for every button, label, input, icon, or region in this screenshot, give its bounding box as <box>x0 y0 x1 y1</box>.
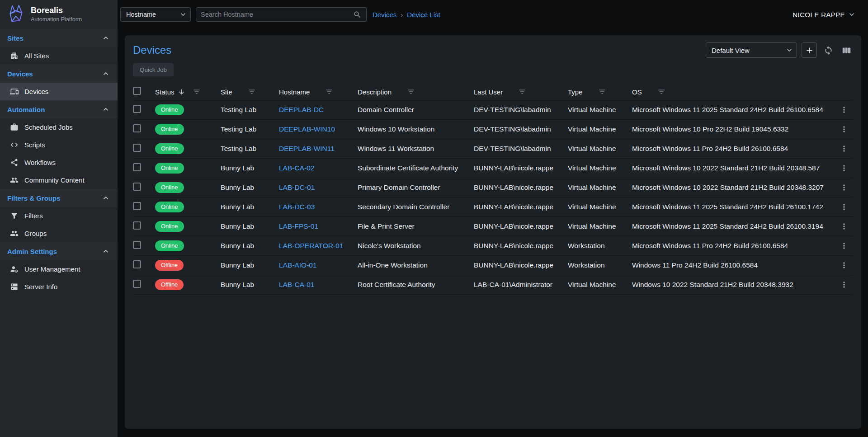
row-actions-kebab-icon[interactable] <box>840 202 849 211</box>
columns-button[interactable] <box>840 43 853 57</box>
column-header-site[interactable]: Site <box>221 88 279 96</box>
last-user-cell: BUNNY-LAB\nicole.rappe <box>474 222 568 230</box>
code-icon <box>10 141 19 149</box>
row-checkbox[interactable] <box>133 163 141 171</box>
row-checkbox[interactable] <box>133 144 141 152</box>
row-actions-kebab-icon[interactable] <box>840 222 849 231</box>
sidebar-section-devices[interactable]: Devices <box>0 65 118 83</box>
column-header-type[interactable]: Type <box>568 88 632 96</box>
sort-desc-icon <box>178 88 185 96</box>
chevron-up-icon <box>101 193 110 202</box>
site-cell: Testing Lab <box>221 125 279 133</box>
filter-icon[interactable] <box>193 88 201 96</box>
last-user-cell: BUNNY-LAB\nicole.rappe <box>474 203 568 211</box>
hostname-link[interactable]: LAB-DC-03 <box>279 203 315 211</box>
breadcrumb-device-list[interactable]: Device List <box>407 11 440 19</box>
section-label: Devices <box>7 70 33 78</box>
row-checkbox[interactable] <box>133 105 141 113</box>
filter-icon[interactable] <box>598 88 606 96</box>
os-cell: Microsoft Windows 11 2025 Standard 24H2 … <box>632 222 835 230</box>
search-icon[interactable] <box>353 10 362 19</box>
row-checkbox[interactable] <box>133 183 141 191</box>
row-checkbox[interactable] <box>133 280 141 288</box>
column-header-hostname[interactable]: Hostname <box>279 88 358 96</box>
sidebar-section-automation[interactable]: Automation <box>0 100 118 118</box>
column-header-last-user[interactable]: Last User <box>474 88 568 96</box>
column-header-description[interactable]: Description <box>358 88 474 96</box>
sidebar-item-server-info[interactable]: Server Info <box>0 278 118 296</box>
breadcrumb-devices[interactable]: Devices <box>373 11 396 19</box>
filter-icon[interactable] <box>325 88 333 96</box>
column-header-status[interactable]: Status <box>155 88 221 96</box>
filter-icon[interactable] <box>248 88 256 96</box>
column-header-os[interactable]: OS <box>632 88 835 96</box>
sidebar-item-user-management[interactable]: User Management <box>0 260 118 278</box>
search-column-select[interactable]: Hostname <box>120 7 191 22</box>
chevron-up-icon <box>101 247 110 256</box>
sidebar-item-scheduled-jobs[interactable]: Scheduled Jobs <box>0 118 118 136</box>
row-checkbox[interactable] <box>133 221 141 230</box>
status-badge: Online <box>155 143 184 154</box>
site-cell: Bunny Lab <box>221 261 279 269</box>
description-cell: Root Certificate Authority <box>358 281 474 289</box>
row-checkbox[interactable] <box>133 124 141 132</box>
chevron-down-icon <box>847 10 856 19</box>
user-menu[interactable]: NICOLE RAPPE <box>793 10 856 19</box>
status-badge: Online <box>155 124 184 135</box>
description-cell: Nicole's Workstation <box>358 242 474 250</box>
hostname-link[interactable]: LAB-OPERATOR-01 <box>279 242 343 249</box>
hostname-link[interactable]: LAB-AIO-01 <box>279 261 317 269</box>
row-actions-kebab-icon[interactable] <box>840 241 849 250</box>
type-cell: Virtual Machine <box>568 222 632 230</box>
brand-name: Borealis <box>31 6 82 15</box>
sidebar-item-devices[interactable]: Devices <box>0 83 118 100</box>
row-checkbox[interactable] <box>133 260 141 268</box>
sidebar-item-groups[interactable]: Groups <box>0 225 118 242</box>
row-checkbox[interactable] <box>133 241 141 249</box>
search-input[interactable] <box>201 11 353 18</box>
row-actions-kebab-icon[interactable] <box>840 105 849 114</box>
add-view-button[interactable] <box>802 42 817 58</box>
hostname-link[interactable]: DEEPLAB-DC <box>279 106 324 113</box>
os-cell: Microsoft Windows 11 2025 Standard 24H2 … <box>632 106 835 114</box>
quick-job-button[interactable]: Quick Job <box>133 63 174 76</box>
hostname-link[interactable]: LAB-CA-01 <box>279 281 314 288</box>
sidebar-item-filters[interactable]: Filters <box>0 207 118 225</box>
last-user-cell: LAB-CA-01\Administrator <box>474 281 568 289</box>
filter-icon[interactable] <box>657 88 665 96</box>
hostname-link[interactable]: LAB-FPS-01 <box>279 222 318 230</box>
type-cell: Virtual Machine <box>568 125 632 133</box>
description-cell: Windows 11 Workstation <box>358 145 474 153</box>
row-actions-kebab-icon[interactable] <box>840 183 849 192</box>
table-row: Online Testing Lab DEEPLAB-DC Domain Con… <box>133 100 853 120</box>
hostname-link[interactable]: DEEPLAB-WIN10 <box>279 125 335 133</box>
row-actions-kebab-icon[interactable] <box>840 125 849 134</box>
filter-icon[interactable] <box>407 88 415 96</box>
row-actions-kebab-icon[interactable] <box>840 261 849 270</box>
site-cell: Testing Lab <box>221 106 279 114</box>
table-row: Online Bunny Lab LAB-DC-01 Primary Domai… <box>133 178 853 197</box>
filter-icon[interactable] <box>518 88 526 96</box>
brand: Borealis Automation Platform <box>0 0 118 29</box>
sidebar-section-sites[interactable]: Sites <box>0 29 118 47</box>
sidebar-item-scripts[interactable]: Scripts <box>0 136 118 154</box>
briefcase-icon <box>10 123 19 132</box>
row-actions-kebab-icon[interactable] <box>840 144 849 153</box>
row-actions-kebab-icon[interactable] <box>840 280 849 289</box>
sidebar-section-filters-groups[interactable]: Filters & Groups <box>0 189 118 207</box>
sidebar-item-workflows[interactable]: Workflows <box>0 154 118 171</box>
row-actions-kebab-icon[interactable] <box>840 164 849 173</box>
hostname-link[interactable]: DEEPLAB-WIN11 <box>279 145 335 152</box>
sidebar-item-label: Filters <box>24 212 43 220</box>
sidebar-section-admin-settings[interactable]: Admin Settings <box>0 242 118 260</box>
refresh-button[interactable] <box>821 43 835 57</box>
hostname-link[interactable]: LAB-CA-02 <box>279 164 314 172</box>
hostname-link[interactable]: LAB-DC-01 <box>279 183 315 191</box>
view-select[interactable]: Default View <box>706 42 797 58</box>
description-cell: Windows 10 Workstation <box>358 125 474 133</box>
row-checkbox[interactable] <box>133 202 141 210</box>
chevron-down-icon <box>179 10 188 19</box>
sidebar-item-all-sites[interactable]: All Sites <box>0 47 118 65</box>
sidebar-item-community-content[interactable]: Community Content <box>0 171 118 189</box>
select-all-checkbox[interactable] <box>133 87 141 95</box>
